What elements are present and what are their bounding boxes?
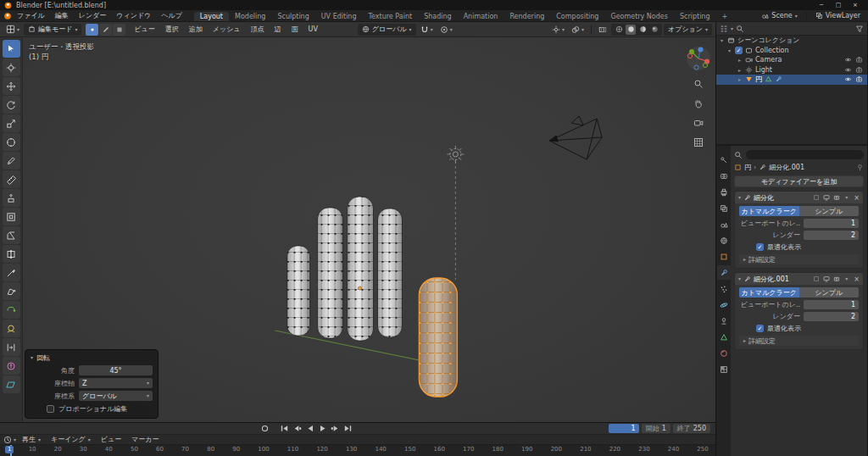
catmull-clark-button[interactable]: カトマルクラーク: [739, 206, 799, 216]
menu-face[interactable]: 面: [287, 25, 303, 34]
modifier-extras-button[interactable]: ▾: [842, 275, 851, 284]
camera-object[interactable]: [549, 116, 602, 159]
texture-tab[interactable]: [717, 362, 731, 376]
properties-search-input[interactable]: [746, 150, 864, 159]
menu-add[interactable]: 追加: [185, 25, 207, 34]
modifier-header[interactable]: ▾ 細分化.001 ▾ ×: [735, 273, 863, 285]
timeline-menu-marker[interactable]: マーカー: [127, 435, 163, 444]
render-visibility-icon[interactable]: [855, 75, 863, 83]
operator-panel-header[interactable]: ▾ 回転: [25, 352, 158, 364]
workspace-tab-geometrynodes[interactable]: Geometry Nodes: [604, 12, 673, 21]
tool-annotate[interactable]: [3, 152, 20, 170]
expand-icon[interactable]: ▸: [737, 76, 743, 82]
playhead-frame-tag[interactable]: 1: [5, 446, 14, 453]
outliner-row-collection[interactable]: ▾ ✓ Collection: [716, 46, 867, 56]
maximize-button[interactable]: □: [830, 0, 847, 10]
scene-selector[interactable]: Scene ▾: [757, 12, 801, 19]
breadcrumb-object[interactable]: 円: [744, 163, 751, 172]
scene-tab[interactable]: [717, 217, 731, 231]
workspace-tab-compositing[interactable]: Compositing: [550, 12, 604, 21]
edge-select-button[interactable]: [99, 24, 112, 36]
particles-tab[interactable]: [717, 281, 731, 296]
selected-cylinder-object[interactable]: [419, 278, 457, 397]
modifier-header[interactable]: ▾ 細分化 ▾ ×: [735, 192, 863, 203]
tool-knife[interactable]: [3, 264, 20, 281]
modifier-name[interactable]: 細分化.001: [754, 275, 789, 284]
menu-edit[interactable]: 編集: [50, 11, 74, 20]
edit-mode-display-toggle[interactable]: [811, 275, 821, 284]
outliner-row-scene-collection[interactable]: ▾ シーンコレクション: [716, 36, 867, 46]
face-select-button[interactable]: [113, 24, 125, 36]
material-tab[interactable]: [717, 346, 731, 360]
menu-vertex[interactable]: 頂点: [247, 25, 269, 34]
minimize-button[interactable]: ─: [813, 0, 830, 10]
solid-shading-button[interactable]: [626, 25, 636, 35]
pin-icon[interactable]: [856, 164, 864, 171]
angle-field[interactable]: 45°: [79, 365, 153, 375]
workspace-tab-uvediting[interactable]: UV Editing: [315, 12, 363, 21]
expand-icon[interactable]: ▸: [737, 67, 743, 73]
modifier-close-button[interactable]: ×: [854, 194, 860, 202]
jump-to-start-button[interactable]: [278, 424, 291, 434]
workspace-tab-shading[interactable]: Shading: [418, 12, 458, 21]
edit-mode-display-toggle[interactable]: [811, 193, 821, 203]
tool-edge-slide[interactable]: [3, 338, 20, 356]
viewlayer-selector[interactable]: ViewLayer: [811, 12, 865, 19]
viewport-levels-field[interactable]: 1: [804, 219, 859, 228]
constraints-tab[interactable]: [717, 314, 731, 328]
expand-icon[interactable]: ▾: [719, 37, 725, 43]
workspace-tab-texturepaint[interactable]: Texture Paint: [363, 12, 419, 21]
tool-shrink-fatten[interactable]: [3, 357, 20, 375]
tool-poly-build[interactable]: [3, 282, 20, 300]
tool-loop-cut[interactable]: [3, 245, 20, 263]
tool-smooth[interactable]: [3, 320, 20, 337]
render-display-toggle[interactable]: [832, 193, 841, 203]
workspace-tab-add[interactable]: +: [716, 12, 734, 21]
realtime-display-toggle[interactable]: [821, 193, 831, 203]
jump-prev-keyframe-button[interactable]: [291, 424, 303, 434]
modifier-name[interactable]: 細分化: [754, 193, 774, 203]
play-reverse-button[interactable]: [303, 424, 316, 434]
physics-tab[interactable]: [717, 298, 731, 312]
output-tab[interactable]: [717, 185, 731, 199]
viewlayer-tab[interactable]: [717, 201, 731, 215]
breadcrumb-modifier[interactable]: 細分化.001: [769, 163, 804, 172]
outliner-row-mesh-object[interactable]: ▸ 円: [716, 75, 867, 85]
filter-icon[interactable]: [855, 25, 864, 33]
tool-select-box[interactable]: [3, 40, 20, 58]
frame-end-field[interactable]: 終了 250: [673, 424, 710, 433]
modifier-close-button[interactable]: ×: [854, 275, 860, 283]
orientation-dropdown[interactable]: グローバル ▾: [79, 391, 153, 401]
timeline-menu-playback[interactable]: 再生▾: [18, 435, 45, 444]
timeline-menu-keying[interactable]: キーイング▾: [47, 435, 95, 444]
tool-bevel[interactable]: [3, 226, 20, 244]
outliner-editor-icon[interactable]: [720, 25, 728, 33]
tool-measure[interactable]: [3, 170, 20, 188]
camera-view-icon[interactable]: [692, 116, 705, 130]
menu-uv[interactable]: UV: [304, 25, 322, 33]
workspace-tab-animation[interactable]: Animation: [458, 12, 504, 21]
object-tab[interactable]: [717, 249, 731, 264]
tool-transform[interactable]: [3, 133, 20, 151]
collection-checkbox[interactable]: ✓: [735, 47, 743, 54]
ortho-grid-icon[interactable]: [692, 136, 705, 149]
outliner-row-light[interactable]: ▸ Light: [716, 65, 867, 75]
jump-next-keyframe-button[interactable]: [329, 424, 342, 434]
tool-spin[interactable]: [3, 301, 20, 319]
material-shading-button[interactable]: [637, 25, 648, 35]
render-tab[interactable]: [717, 169, 731, 183]
chevron-down-icon[interactable]: ▾: [738, 195, 741, 200]
add-modifier-button[interactable]: モディファイアーを追加: [734, 175, 864, 187]
menu-window[interactable]: ウィンドウ: [111, 11, 156, 20]
timeline-ruler[interactable]: 0102030405060708090100110120130140150160…: [0, 445, 715, 456]
workspace-tab-modeling[interactable]: Modeling: [229, 12, 271, 21]
3d-viewport[interactable]: ユーザー・透視投影 (1) 円: [23, 37, 715, 422]
play-button[interactable]: [316, 424, 329, 434]
render-display-toggle[interactable]: [832, 275, 841, 284]
chevron-down-icon[interactable]: ▾: [738, 276, 741, 281]
transform-orientation-dropdown[interactable]: グローバル ▾: [358, 24, 416, 36]
navigation-gizmo[interactable]: [686, 46, 711, 71]
viewport-levels-field[interactable]: 1: [804, 300, 859, 309]
render-levels-field[interactable]: 2: [804, 312, 859, 321]
simple-button[interactable]: シンプル: [799, 287, 860, 298]
